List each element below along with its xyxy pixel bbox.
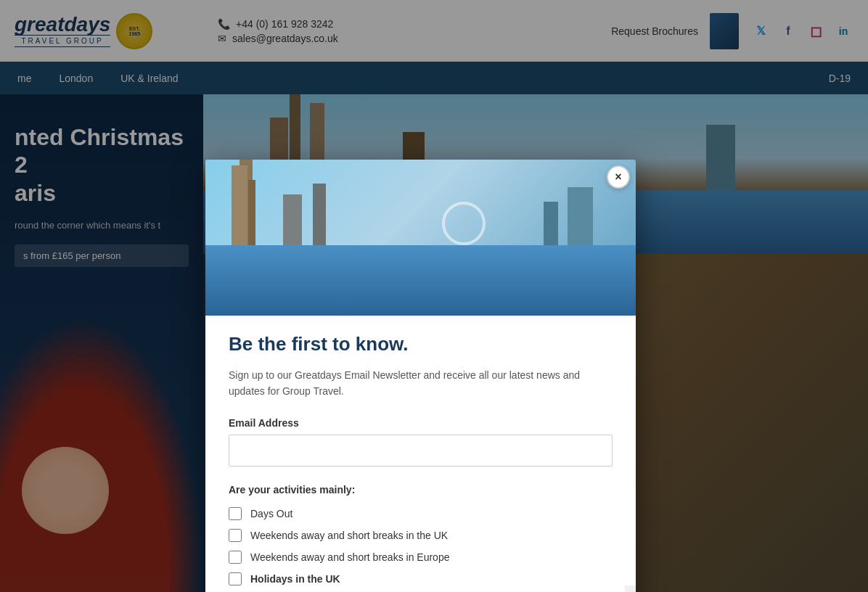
checkbox-days-out[interactable]: Days Out bbox=[229, 507, 613, 520]
days-out-label: Days Out bbox=[250, 508, 292, 519]
activities-checkboxes: Days Out Weekends away and short breaks … bbox=[229, 507, 613, 592]
modal-image-wrapper: × bbox=[205, 160, 636, 316]
modal-header-image bbox=[205, 160, 636, 316]
activities-label: Are your activities mainly: bbox=[229, 484, 613, 496]
weekends-europe-label: Weekends away and short breaks in Europe bbox=[250, 551, 449, 563]
holidays-uk-checkbox[interactable] bbox=[229, 572, 242, 585]
holidays-uk-label: Holidays in the UK bbox=[250, 573, 340, 585]
checkbox-weekends-uk[interactable]: Weekends away and short breaks in the UK bbox=[229, 529, 613, 542]
email-input[interactable] bbox=[229, 435, 613, 466]
newsletter-modal: × Be the first to know. Sign up to our G… bbox=[205, 160, 636, 592]
modal-close-button[interactable]: × bbox=[607, 165, 630, 189]
weekends-europe-checkbox[interactable] bbox=[229, 551, 242, 564]
email-label: Email Address bbox=[229, 417, 613, 429]
checkbox-weekends-europe[interactable]: Weekends away and short breaks in Europe bbox=[229, 551, 613, 564]
modal-body: Be the first to know. Sign up to our Gre… bbox=[205, 316, 636, 592]
scroll-indicator: ▼ bbox=[625, 585, 636, 592]
modal-description: Sign up to our Greatdays Email Newslette… bbox=[229, 367, 613, 400]
weekends-uk-checkbox[interactable] bbox=[229, 529, 242, 542]
checkbox-holidays-uk[interactable]: Holidays in the UK bbox=[229, 572, 613, 585]
modal-title: Be the first to know. bbox=[229, 333, 613, 355]
weekends-uk-label: Weekends away and short breaks in the UK bbox=[250, 530, 448, 541]
days-out-checkbox[interactable] bbox=[229, 507, 242, 520]
